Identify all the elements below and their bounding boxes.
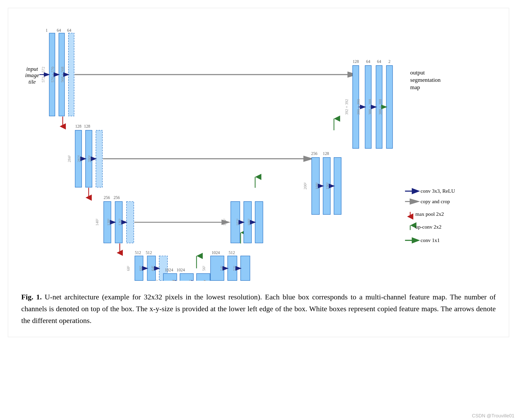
caption-area: Fig. 1. U-net architecture (example for … <box>19 291 498 326</box>
svg-text:1: 1 <box>46 28 48 33</box>
caption-text: U-net architecture (example for 32x32 pi… <box>21 293 496 325</box>
svg-text:104²: 104² <box>223 219 227 226</box>
svg-text:282²: 282² <box>77 155 81 162</box>
svg-text:30²: 30² <box>171 280 176 281</box>
svg-rect-20 <box>96 130 102 187</box>
svg-rect-54 <box>197 273 210 281</box>
svg-text:1024: 1024 <box>165 268 173 272</box>
svg-text:64: 64 <box>366 59 370 64</box>
svg-text:max pool 2x2: max pool 2x2 <box>415 211 444 217</box>
unet-diagram: 1 572 × 572 64 570 × 570 64 568 × 568 12… <box>19 19 498 281</box>
svg-text:200²: 200² <box>303 182 307 189</box>
svg-text:140²: 140² <box>95 219 99 226</box>
svg-text:256: 256 <box>311 151 318 156</box>
svg-rect-7 <box>68 33 74 116</box>
svg-text:copy and crop: copy and crop <box>421 198 450 204</box>
svg-rect-67 <box>241 256 250 281</box>
svg-text:32²: 32² <box>155 280 160 281</box>
svg-text:256: 256 <box>104 195 110 200</box>
svg-text:284²: 284² <box>67 155 71 162</box>
svg-rect-32 <box>126 202 134 243</box>
svg-text:128: 128 <box>323 151 329 156</box>
svg-rect-89 <box>334 158 341 214</box>
svg-text:input: input <box>26 66 38 72</box>
svg-text:100²: 100² <box>247 219 251 226</box>
svg-text:68²: 68² <box>126 266 130 271</box>
svg-text:66²: 66² <box>139 266 143 271</box>
watermark: CSDN @Trouville01 <box>472 413 514 419</box>
svg-text:128: 128 <box>84 124 90 128</box>
svg-text:196²: 196² <box>325 182 330 189</box>
svg-text:512: 512 <box>135 250 141 255</box>
svg-text:image: image <box>25 72 39 78</box>
svg-text:512: 512 <box>229 250 235 255</box>
svg-rect-78 <box>255 202 263 243</box>
svg-text:102²: 102² <box>236 219 240 226</box>
svg-text:256: 256 <box>114 195 120 200</box>
svg-text:64: 64 <box>377 59 381 64</box>
svg-text:280²: 280² <box>87 155 92 162</box>
svg-text:568 × 568: 568 × 568 <box>60 67 65 82</box>
svg-text:56²: 56² <box>202 266 206 271</box>
svg-text:388 × 388: 388 × 388 <box>378 99 382 115</box>
svg-text:392 × 392: 392 × 392 <box>345 99 349 115</box>
svg-text:conv 1x1: conv 1x1 <box>421 237 440 243</box>
svg-text:1024: 1024 <box>212 250 220 255</box>
main-container: 1 572 × 572 64 570 × 570 64 568 × 568 12… <box>8 8 509 337</box>
svg-text:198²: 198² <box>315 182 319 189</box>
svg-rect-50 <box>163 273 177 281</box>
svg-text:map: map <box>410 84 420 90</box>
svg-text:64: 64 <box>57 28 61 33</box>
svg-text:570 × 570: 570 × 570 <box>51 67 55 82</box>
svg-rect-52 <box>180 273 193 281</box>
svg-text:28²: 28² <box>188 280 193 281</box>
svg-text:64²: 64² <box>151 266 155 271</box>
svg-text:52²: 52² <box>233 266 237 271</box>
svg-rect-104 <box>386 66 393 148</box>
svg-text:138²: 138² <box>107 219 111 226</box>
svg-text:54²: 54² <box>220 266 224 271</box>
svg-text:64: 64 <box>67 28 71 33</box>
svg-text:128: 128 <box>75 124 81 128</box>
svg-text:conv 3x3, ReLU: conv 3x3, ReLU <box>421 188 455 194</box>
svg-text:tile: tile <box>29 79 36 85</box>
svg-text:segmentation: segmentation <box>410 77 441 83</box>
svg-text:136²: 136² <box>118 219 122 226</box>
svg-text:up-conv 2x2: up-conv 2x2 <box>415 224 441 230</box>
svg-text:output: output <box>410 69 425 76</box>
svg-text:2: 2 <box>388 59 391 64</box>
diagram-area: 1 572 × 572 64 570 × 570 64 568 × 568 12… <box>19 19 498 281</box>
svg-text:512: 512 <box>146 250 152 255</box>
svg-text:1024: 1024 <box>177 268 185 272</box>
fig-label: Fig. 1. <box>21 293 42 301</box>
svg-text:128: 128 <box>353 59 359 64</box>
